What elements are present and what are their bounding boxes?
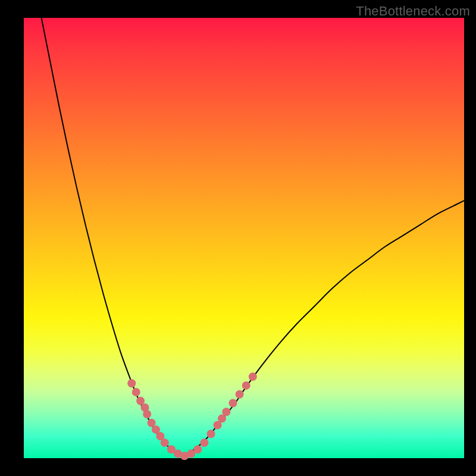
data-marker — [127, 379, 136, 387]
data-marker — [236, 390, 244, 399]
data-marker — [249, 372, 257, 381]
data-marker — [132, 388, 140, 396]
marker-group — [127, 372, 256, 460]
data-marker — [200, 439, 208, 447]
data-marker — [242, 381, 250, 390]
data-marker — [143, 410, 151, 418]
chart-canvas: TheBottleneck.com — [0, 0, 476, 476]
data-marker — [222, 408, 230, 416]
data-marker — [229, 399, 237, 408]
data-marker — [193, 445, 202, 453]
data-marker — [161, 439, 169, 447]
data-marker — [207, 430, 215, 438]
attribution-text: TheBottleneck.com — [356, 4, 470, 19]
curve-layer — [24, 18, 464, 458]
plot-area — [24, 18, 464, 458]
left-branch-curve — [42, 18, 183, 456]
